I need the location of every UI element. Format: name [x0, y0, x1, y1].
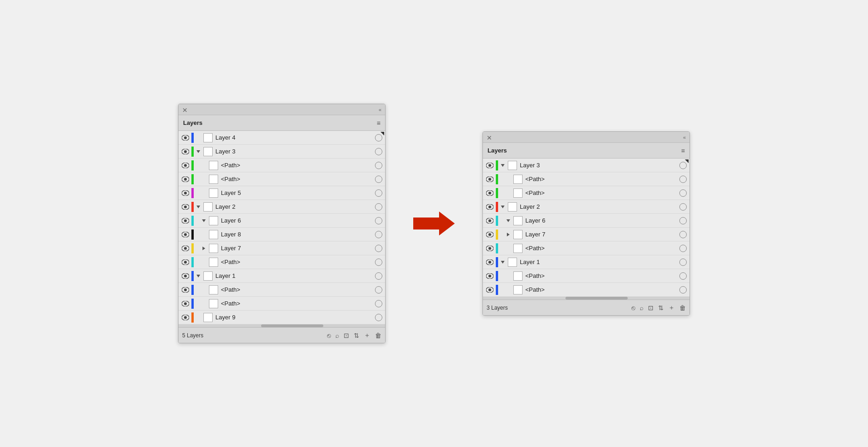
layer-row-path4[interactable]: <Path> — [178, 283, 385, 297]
eye-icon-layer9[interactable] — [180, 312, 190, 323]
layer-row-layer1[interactable]: Layer 1 — [178, 269, 385, 283]
target-circle-path2[interactable] — [375, 176, 382, 183]
locate-object-button[interactable]: ⌕ — [335, 332, 339, 339]
collapse-button[interactable]: « — [379, 107, 381, 112]
layer-row-r_path3[interactable]: <Path> — [483, 241, 690, 255]
eye-icon-path2[interactable] — [180, 174, 190, 184]
r-make-clipping-mask-button[interactable]: ⎋ — [631, 304, 635, 312]
target-circle-r_path2[interactable] — [679, 189, 687, 197]
target-circle-r_layer6[interactable] — [679, 217, 687, 224]
chevron-layer1[interactable] — [195, 272, 202, 280]
left-menu-button[interactable]: ≡ — [377, 120, 380, 126]
target-circle-path4[interactable] — [375, 286, 382, 294]
new-layer-button[interactable]: ＋ — [364, 331, 370, 340]
r-new-layer-button[interactable]: ＋ — [668, 304, 675, 312]
right-collapse-button[interactable]: « — [683, 135, 686, 140]
chevron-layer2[interactable] — [195, 203, 202, 211]
layer-row-r_path5[interactable]: <Path> — [483, 283, 690, 297]
eye-icon-r_layer3[interactable] — [485, 160, 495, 171]
layer-row-path1[interactable]: <Path> — [178, 159, 385, 172]
chevron-r_layer3[interactable] — [499, 162, 506, 169]
eye-icon-layer1[interactable] — [180, 271, 190, 281]
layer-row-layer7[interactable]: Layer 7 — [178, 241, 385, 255]
eye-icon-r_layer6[interactable] — [485, 216, 495, 226]
r-locate-object-button[interactable]: ⌕ — [640, 304, 643, 312]
collect-in-group-button[interactable]: ⊡ — [344, 332, 349, 339]
make-clipping-mask-button[interactable]: ⎋ — [327, 332, 331, 339]
r-move-selection-button[interactable]: ⇅ — [658, 304, 664, 312]
chevron-layer6[interactable] — [200, 217, 208, 224]
chevron-layer7[interactable] — [200, 245, 208, 252]
right-menu-button[interactable]: ≡ — [681, 147, 685, 154]
layer-row-r_layer2[interactable]: Layer 2 — [483, 200, 690, 214]
eye-icon-layer6[interactable] — [180, 216, 190, 226]
layer-row-r_path4[interactable]: <Path> — [483, 269, 690, 283]
eye-icon-r_layer2[interactable] — [485, 202, 495, 212]
layer-row-layer3[interactable]: Layer 3 — [178, 145, 385, 159]
target-circle-path3[interactable] — [375, 259, 382, 266]
eye-icon-path3[interactable] — [180, 257, 190, 267]
target-circle-r_path1[interactable] — [679, 176, 687, 183]
chevron-r_layer2[interactable] — [499, 203, 506, 211]
target-circle-path1[interactable] — [375, 162, 382, 169]
target-circle-layer1[interactable] — [375, 272, 382, 280]
chevron-r_layer7[interactable] — [505, 231, 512, 238]
target-circle-r_layer1[interactable] — [679, 259, 687, 266]
eye-icon-r_path5[interactable] — [485, 285, 495, 295]
layer-row-layer8[interactable]: Layer 8 — [178, 228, 385, 241]
right-scrollbar-thumb[interactable] — [565, 297, 627, 300]
layer-row-r_layer3[interactable]: Layer 3 — [483, 159, 690, 172]
eye-icon-layer4[interactable] — [180, 133, 190, 143]
target-circle-r_layer2[interactable] — [679, 203, 687, 211]
layer-row-r_path2[interactable]: <Path> — [483, 186, 690, 200]
layer-row-layer2[interactable]: Layer 2 — [178, 200, 385, 214]
target-circle-layer6[interactable] — [375, 217, 382, 224]
chevron-layer3[interactable] — [195, 148, 202, 155]
eye-icon-layer5[interactable] — [180, 188, 190, 198]
layer-row-layer6[interactable]: Layer 6 — [178, 214, 385, 228]
layer-row-r_layer6[interactable]: Layer 6 — [483, 214, 690, 228]
move-selection-button[interactable]: ⇅ — [354, 332, 359, 339]
r-delete-layer-button[interactable]: 🗑 — [679, 304, 686, 312]
target-circle-r_layer7[interactable] — [679, 231, 687, 238]
layer-row-path2[interactable]: <Path> — [178, 172, 385, 186]
target-circle-layer3[interactable] — [375, 148, 382, 155]
layer-row-layer5[interactable]: Layer 5 — [178, 186, 385, 200]
layer-row-r_path1[interactable]: <Path> — [483, 172, 690, 186]
target-circle-r_path5[interactable] — [679, 286, 687, 294]
eye-icon-path1[interactable] — [180, 160, 190, 171]
left-scrollbar-thumb[interactable] — [261, 324, 323, 327]
target-circle-layer5[interactable] — [375, 189, 382, 197]
eye-icon-r_path4[interactable] — [485, 271, 495, 281]
eye-icon-r_path3[interactable] — [485, 243, 495, 253]
target-circle-layer2[interactable] — [375, 203, 382, 211]
close-button[interactable]: ✕ — [182, 107, 188, 112]
r-collect-in-group-button[interactable]: ⊡ — [648, 304, 654, 312]
delete-layer-button[interactable]: 🗑 — [375, 332, 381, 339]
layer-row-path3[interactable]: <Path> — [178, 255, 385, 269]
target-circle-path5[interactable] — [375, 300, 382, 307]
eye-icon-path4[interactable] — [180, 285, 190, 295]
layer-row-r_layer1[interactable]: Layer 1 — [483, 255, 690, 269]
target-circle-r_path4[interactable] — [679, 272, 687, 280]
eye-icon-layer2[interactable] — [180, 202, 190, 212]
eye-icon-layer3[interactable] — [180, 147, 190, 157]
target-circle-layer7[interactable] — [375, 245, 382, 252]
eye-icon-r_path1[interactable] — [485, 174, 495, 184]
chevron-r_layer1[interactable] — [499, 259, 506, 266]
eye-icon-r_layer1[interactable] — [485, 257, 495, 267]
right-close-button[interactable]: ✕ — [487, 135, 492, 140]
eye-icon-layer8[interactable] — [180, 229, 190, 240]
eye-icon-r_layer7[interactable] — [485, 229, 495, 240]
target-circle-layer9[interactable] — [375, 314, 382, 321]
eye-icon-layer7[interactable] — [180, 243, 190, 253]
target-circle-layer8[interactable] — [375, 231, 382, 238]
layer-row-r_layer7[interactable]: Layer 7 — [483, 228, 690, 241]
left-scrollbar[interactable] — [178, 324, 385, 327]
eye-icon-path5[interactable] — [180, 299, 190, 309]
target-circle-r_path3[interactable] — [679, 245, 687, 252]
right-scrollbar[interactable] — [483, 297, 690, 300]
layer-row-layer9[interactable]: Layer 9 — [178, 311, 385, 324]
eye-icon-r_path2[interactable] — [485, 188, 495, 198]
layer-row-layer4[interactable]: Layer 4 — [178, 131, 385, 145]
